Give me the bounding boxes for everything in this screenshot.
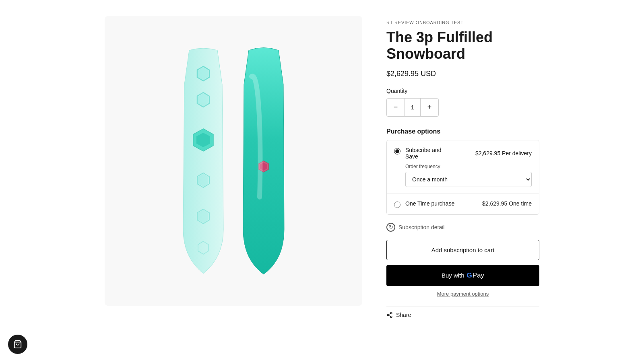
one-time-details: One Time purchase $2,629.95 One time	[405, 200, 532, 207]
product-info-panel: RT REVIEW ONBOARDING TEST The 3p Fulfill…	[386, 16, 539, 318]
subscription-detail-icon	[386, 223, 395, 232]
shopping-bag-icon	[13, 340, 22, 349]
subscription-detail-label: Subscription detail	[398, 224, 444, 230]
add-subscription-button[interactable]: Add subscription to cart	[386, 240, 539, 260]
product-gallery	[105, 16, 362, 306]
one-time-header: One Time purchase $2,629.95 One time	[405, 200, 532, 207]
gpay-pay-text: Pay	[473, 272, 484, 280]
one-time-radio[interactable]	[394, 202, 400, 208]
quantity-decrease-button[interactable]: −	[387, 99, 405, 116]
more-payment-options-link[interactable]: More payment options	[386, 291, 539, 297]
snowboard-images	[177, 24, 290, 298]
order-frequency-label: Order frequency	[405, 164, 532, 169]
buy-with-label: Buy with	[442, 272, 464, 279]
snowboard-right-image	[237, 44, 290, 278]
one-time-option[interactable]: One Time purchase $2,629.95 One time	[387, 194, 539, 214]
share-label: Share	[396, 312, 411, 318]
subscribe-save-header: Subscribe and Save $2,629.95 Per deliver…	[405, 147, 532, 160]
subscribe-save-details: Subscribe and Save $2,629.95 Per deliver…	[405, 147, 532, 187]
purchase-options-section: Purchase options Subscribe and Save $2,6…	[386, 128, 539, 215]
one-time-name: One Time purchase	[405, 200, 454, 207]
purchase-options-box: Subscribe and Save $2,629.95 Per deliver…	[386, 140, 539, 215]
quantity-section: Quantity − 1 +	[386, 88, 539, 117]
purchase-options-title: Purchase options	[386, 128, 539, 135]
subscribe-save-option[interactable]: Subscribe and Save $2,629.95 Per deliver…	[387, 140, 539, 193]
svg-point-13	[390, 312, 392, 314]
svg-line-16	[389, 315, 391, 317]
order-frequency-select[interactable]: Once a week Once a month Every 3 months …	[405, 172, 532, 187]
subscribe-save-radio[interactable]	[394, 148, 400, 154]
svg-point-15	[390, 316, 392, 317]
google-pay-button[interactable]: Buy with GPay	[386, 265, 539, 286]
svg-line-17	[389, 313, 391, 315]
product-price: $2,629.95 USD	[386, 70, 539, 78]
subscription-detail-row[interactable]: Subscription detail	[386, 223, 539, 232]
cart-icon-button[interactable]	[8, 335, 27, 354]
brand-label: RT REVIEW ONBOARDING TEST	[386, 20, 539, 25]
share-row[interactable]: Share	[386, 306, 539, 318]
share-icon	[386, 312, 393, 318]
quantity-increase-button[interactable]: +	[421, 99, 438, 116]
gpay-g-blue: G	[467, 272, 472, 280]
quantity-control: − 1 +	[386, 98, 439, 117]
product-title: The 3p Fulfilled Snowboard	[386, 29, 539, 62]
one-time-price: $2,629.95 One time	[482, 200, 532, 207]
svg-point-14	[387, 314, 389, 316]
quantity-label: Quantity	[386, 88, 539, 94]
subscribe-save-name: Subscribe and Save	[405, 147, 442, 160]
snowboard-left-image	[177, 44, 229, 278]
price-section: $2,629.95 USD	[386, 70, 539, 78]
quantity-value: 1	[405, 99, 421, 116]
google-pay-logo: GPay	[467, 272, 485, 280]
subscribe-save-price: $2,629.95 Per delivery	[475, 150, 532, 156]
